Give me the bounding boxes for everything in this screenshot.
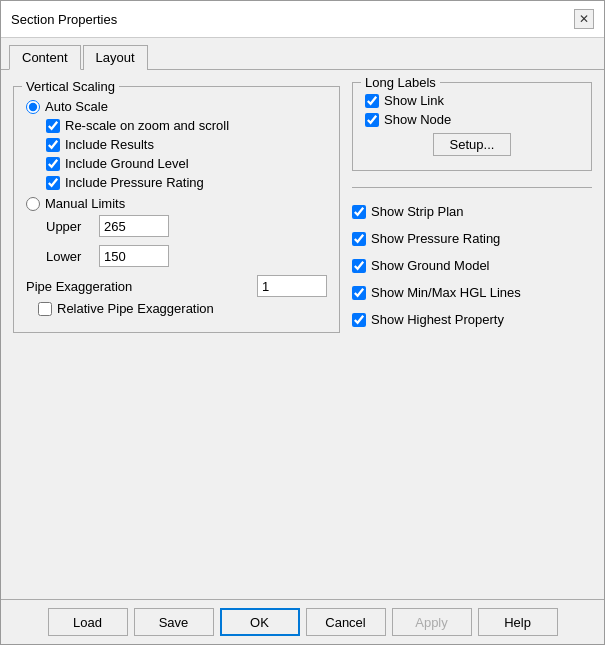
show-node-label: Show Node (384, 112, 451, 127)
tab-content[interactable]: Content (9, 45, 81, 70)
auto-scale-label: Auto Scale (45, 99, 108, 114)
left-panel: Vertical Scaling Auto Scale Re-scale on … (13, 82, 340, 587)
relative-pipe-exag-row: Relative Pipe Exaggeration (38, 301, 327, 316)
show-link-label: Show Link (384, 93, 444, 108)
close-button[interactable]: ✕ (574, 9, 594, 29)
show-highest-label: Show Highest Property (371, 312, 504, 327)
show-ground-model-label: Show Ground Model (371, 258, 490, 273)
lower-input[interactable] (99, 245, 169, 267)
cancel-button[interactable]: Cancel (306, 608, 386, 636)
show-ground-model-checkbox[interactable] (352, 259, 366, 273)
main-content: Vertical Scaling Auto Scale Re-scale on … (1, 70, 604, 599)
manual-limits-fields: Upper Lower (46, 215, 327, 267)
tab-layout[interactable]: Layout (83, 45, 148, 70)
show-strip-plan-label: Show Strip Plan (371, 204, 464, 219)
upper-field-row: Upper (46, 215, 327, 237)
show-strip-plan-checkbox[interactable] (352, 205, 366, 219)
show-link-row: Show Link (365, 93, 579, 108)
right-panel: Long Labels Show Link Show Node Setup...… (352, 82, 592, 587)
show-highest-row: Show Highest Property (352, 312, 592, 327)
include-pressure-label: Include Pressure Rating (65, 175, 204, 190)
vertical-scaling-group: Vertical Scaling Auto Scale Re-scale on … (13, 86, 340, 333)
re-scale-label: Re-scale on zoom and scroll (65, 118, 229, 133)
show-pressure-rating-checkbox[interactable] (352, 232, 366, 246)
show-link-checkbox[interactable] (365, 94, 379, 108)
show-ground-model-row: Show Ground Model (352, 258, 592, 273)
show-min-max-checkbox[interactable] (352, 286, 366, 300)
show-min-max-label: Show Min/Max HGL Lines (371, 285, 521, 300)
re-scale-checkbox[interactable] (46, 119, 60, 133)
dialog: Section Properties ✕ Content Layout Vert… (0, 0, 605, 645)
include-pressure-row: Include Pressure Rating (46, 175, 327, 190)
auto-scale-radio[interactable] (26, 100, 40, 114)
auto-scale-radio-row: Auto Scale (26, 99, 327, 114)
include-ground-row: Include Ground Level (46, 156, 327, 171)
upper-label: Upper (46, 219, 91, 234)
ok-button[interactable]: OK (220, 608, 300, 636)
vertical-scaling-title: Vertical Scaling (22, 79, 119, 94)
lower-label: Lower (46, 249, 91, 264)
dialog-title: Section Properties (11, 12, 117, 27)
re-scale-row: Re-scale on zoom and scroll (46, 118, 327, 133)
show-pressure-rating-row: Show Pressure Rating (352, 231, 592, 246)
manual-limits-radio[interactable] (26, 197, 40, 211)
relative-pipe-exag-checkbox[interactable] (38, 302, 52, 316)
pipe-exag-input[interactable] (257, 275, 327, 297)
relative-pipe-exag-label: Relative Pipe Exaggeration (57, 301, 214, 316)
include-results-label: Include Results (65, 137, 154, 152)
pipe-exag-label: Pipe Exaggeration (26, 279, 132, 294)
include-results-checkbox[interactable] (46, 138, 60, 152)
setup-button[interactable]: Setup... (433, 133, 512, 156)
load-button[interactable]: Load (48, 608, 128, 636)
manual-limits-radio-row: Manual Limits (26, 196, 327, 211)
include-results-row: Include Results (46, 137, 327, 152)
show-pressure-rating-label: Show Pressure Rating (371, 231, 500, 246)
long-labels-group: Long Labels Show Link Show Node Setup... (352, 82, 592, 171)
long-labels-title: Long Labels (361, 75, 440, 90)
show-node-row: Show Node (365, 112, 579, 127)
include-pressure-checkbox[interactable] (46, 176, 60, 190)
title-bar: Section Properties ✕ (1, 1, 604, 38)
include-ground-label: Include Ground Level (65, 156, 189, 171)
apply-button[interactable]: Apply (392, 608, 472, 636)
show-highest-checkbox[interactable] (352, 313, 366, 327)
footer: Load Save OK Cancel Apply Help (1, 599, 604, 644)
help-button[interactable]: Help (478, 608, 558, 636)
pipe-exag-row: Pipe Exaggeration (26, 275, 327, 297)
show-node-checkbox[interactable] (365, 113, 379, 127)
lower-field-row: Lower (46, 245, 327, 267)
tab-bar: Content Layout (1, 38, 604, 70)
separator (352, 187, 592, 188)
upper-input[interactable] (99, 215, 169, 237)
show-min-max-row: Show Min/Max HGL Lines (352, 285, 592, 300)
save-button[interactable]: Save (134, 608, 214, 636)
manual-limits-label: Manual Limits (45, 196, 125, 211)
include-ground-checkbox[interactable] (46, 157, 60, 171)
show-strip-plan-row: Show Strip Plan (352, 204, 592, 219)
